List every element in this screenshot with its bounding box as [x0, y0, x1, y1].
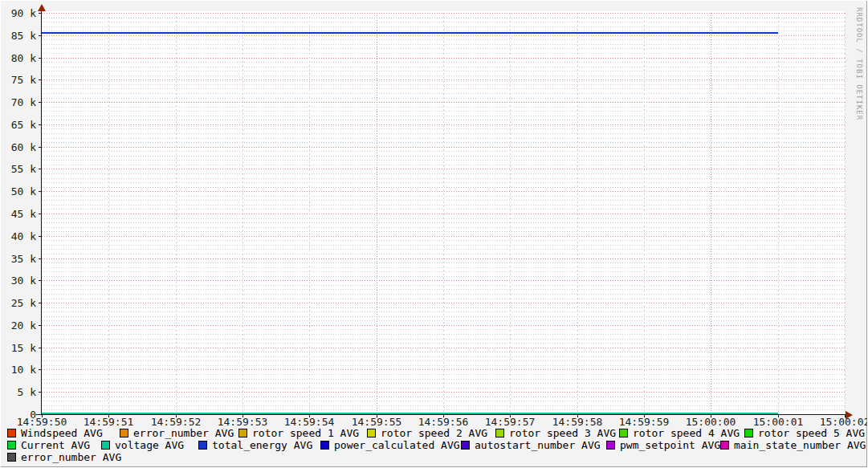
y-axis-label: 80 k: [1, 53, 36, 63]
legend-color-swatch: [238, 429, 247, 437]
x-axis-label: 14:59:53: [216, 417, 269, 427]
plot-area: [42, 13, 845, 414]
x-axis-tick: [644, 415, 645, 417]
x-axis-label: 14:59:50: [15, 417, 68, 427]
y-axis-tick: [39, 191, 41, 192]
x-axis-tick: [242, 415, 243, 417]
x-axis-tick: [443, 415, 444, 417]
y-axis-line: [41, 9, 42, 415]
grid-line-vertical: [510, 13, 511, 419]
legend-item: rotor speed 1 AVG: [238, 428, 359, 438]
legend-item: rotor speed 3 AVG: [495, 428, 616, 438]
y-axis-label: 55 k: [1, 164, 36, 174]
y-axis-tick: [39, 147, 41, 148]
x-axis-tick: [510, 415, 511, 417]
legend-row: error_number AVG: [1, 452, 868, 463]
grid-line-vertical: [443, 13, 444, 419]
y-axis-label: 10 k: [1, 364, 36, 375]
x-axis-tick: [845, 415, 846, 417]
grid-line-vertical: [108, 13, 109, 419]
legend-item-label: voltage AVG: [115, 440, 184, 450]
legend-color-swatch: [7, 441, 16, 450]
legend-item-label: Current AVG: [21, 440, 90, 450]
legend-item: rotor speed 5 AVG: [744, 428, 865, 438]
legend-item: error_number AVG: [120, 428, 234, 438]
legend-item-label: rotor speed 3 AVG: [509, 428, 616, 438]
x-axis-label: 14:59:59: [617, 417, 670, 427]
grid-line-vertical: [644, 13, 645, 419]
x-axis-label: 14:59:55: [350, 417, 403, 427]
watermark: RRDTOOL / TOBI OETIKER: [855, 7, 863, 120]
x-axis-tick: [778, 415, 779, 417]
legend-color-swatch: [7, 453, 16, 462]
y-axis-label: 15 k: [1, 343, 36, 353]
legend-item-label: Windspeed AVG: [21, 428, 103, 438]
legend-color-swatch: [606, 441, 615, 450]
legend-color-swatch: [320, 441, 329, 450]
legend-color-swatch: [744, 429, 753, 437]
y-axis-arrow-icon: [38, 4, 46, 11]
legend-color-swatch: [367, 429, 376, 437]
legend-item: total_energy AVG: [198, 440, 312, 450]
y-axis-tick: [39, 369, 41, 370]
x-axis-tick: [42, 415, 43, 417]
y-axis-label: 40 k: [1, 231, 36, 242]
legend-color-swatch: [619, 429, 628, 437]
legend-row: Windspeed AVGerror_number AVGrotor speed…: [1, 428, 868, 439]
y-axis-label: 65 k: [1, 120, 36, 130]
x-axis-labels: 14:59:5014:59:5114:59:5214:59:5314:59:54…: [42, 417, 845, 428]
legend-item-label: pwm_setpoint AVG: [620, 440, 720, 450]
y-axis-tick: [39, 392, 41, 393]
y-axis-tick: [39, 13, 41, 14]
y-axis-label: 30 k: [1, 275, 36, 286]
y-axis-tick: [39, 214, 41, 214]
grid-line-vertical: [845, 13, 846, 419]
grid-line-vertical: [577, 13, 578, 419]
grid-line-vertical: [176, 13, 177, 419]
y-axis-label: 75 k: [1, 75, 36, 85]
y-axis-tick: [39, 102, 41, 103]
x-axis-label: 15:00:00: [684, 417, 737, 427]
x-axis-label: 14:59:56: [417, 417, 470, 427]
x-axis-label: 14:59:54: [283, 417, 336, 427]
legend-item-label: total_energy AVG: [212, 440, 312, 450]
y-axis-tick: [39, 169, 41, 169]
legend-color-swatch: [101, 441, 110, 450]
rrdtool-graph: 05 k10 k15 k20 k25 k30 k35 k40 k45 k50 k…: [0, 0, 868, 468]
y-axis-label: 85 k: [1, 31, 36, 41]
y-axis-tick: [39, 79, 41, 80]
legend-item-label: rotor speed 1 AVG: [252, 428, 359, 438]
legend-color-swatch: [720, 441, 729, 450]
legend-item-label: rotor speed 2 AVG: [381, 428, 487, 438]
y-axis-label: 45 k: [1, 209, 36, 219]
y-axis-tick: [39, 280, 41, 281]
x-axis-label: 14:59:58: [551, 417, 604, 427]
x-axis-label: 15:00:01: [752, 417, 805, 427]
legend-item-label: rotor speed 4 AVG: [633, 428, 740, 438]
x-axis-tick: [377, 415, 377, 417]
grid-line-vertical: [309, 13, 310, 419]
y-axis-tick: [39, 348, 41, 348]
legend-item-label: power_calculated AVG: [334, 440, 460, 450]
x-axis-label: 14:59:51: [82, 417, 135, 427]
x-axis-tick: [577, 415, 578, 417]
grid-line-vertical: [377, 13, 377, 419]
legend-item: main_state_number AVG: [720, 440, 866, 450]
x-axis-tick: [711, 415, 711, 417]
y-axis-label: 50 k: [1, 186, 36, 197]
legend-item: Windspeed AVG: [7, 428, 103, 438]
y-axis-tick: [39, 325, 41, 326]
legend-item: voltage AVG: [101, 440, 184, 450]
legend-item-label: error_number AVG: [133, 428, 234, 438]
y-axis-tick: [39, 58, 41, 59]
y-axis-tick: [39, 124, 41, 125]
legend-color-swatch: [461, 441, 470, 450]
x-axis-tick: [176, 415, 177, 417]
y-axis-label: 70 k: [1, 97, 36, 108]
legend-item-label: main_state_number AVG: [734, 440, 866, 450]
legend-item: pwm_setpoint AVG: [606, 440, 720, 450]
y-axis-labels: 05 k10 k15 k20 k25 k30 k35 k40 k45 k50 k…: [1, 13, 36, 414]
x-axis-tick: [309, 415, 310, 417]
legend-color-swatch: [120, 429, 128, 437]
y-axis-label: 25 k: [1, 298, 36, 308]
